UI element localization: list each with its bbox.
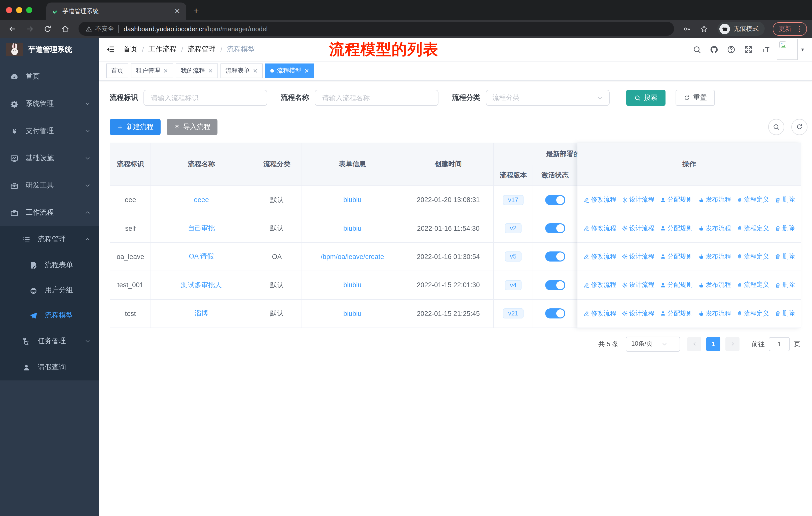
search-icon[interactable]: [693, 45, 701, 54]
filter-input[interactable]: [150, 93, 261, 102]
key-icon[interactable]: [683, 25, 691, 32]
close-icon[interactable]: ✕: [304, 67, 309, 74]
refresh-table-button[interactable]: [791, 119, 808, 135]
op-流程定义[interactable]: 流程定义: [736, 252, 769, 261]
category-select[interactable]: 流程分类: [486, 90, 610, 106]
op-删除[interactable]: 删除: [775, 195, 795, 204]
reload-icon[interactable]: [43, 24, 52, 33]
op-设计流程[interactable]: 设计流程: [622, 195, 655, 204]
op-发布流程[interactable]: 发布流程: [698, 281, 731, 290]
tab-流程表单[interactable]: 流程表单✕: [221, 63, 263, 78]
op-修改流程[interactable]: 修改流程: [583, 252, 616, 261]
process-name-link[interactable]: OA 请假: [189, 252, 214, 261]
import-process-button[interactable]: 导入流程: [167, 119, 218, 135]
search-button[interactable]: 搜索: [626, 90, 666, 106]
op-发布流程[interactable]: 发布流程: [698, 195, 731, 204]
tab-close-icon[interactable]: ✕: [173, 7, 181, 15]
sidebar-item-系统管理[interactable]: 系统管理: [0, 90, 99, 117]
op-设计流程[interactable]: 设计流程: [622, 281, 655, 290]
tab-首页[interactable]: 首页: [106, 63, 128, 78]
op-发布流程[interactable]: 发布流程: [698, 252, 731, 261]
op-流程定义[interactable]: 流程定义: [736, 195, 769, 204]
form-info-link[interactable]: biubiu: [343, 196, 361, 203]
fullscreen-icon[interactable]: [744, 45, 753, 54]
form-info-link[interactable]: biubiu: [343, 310, 361, 318]
op-修改流程[interactable]: 修改流程: [583, 281, 616, 290]
active-toggle[interactable]: [545, 280, 565, 290]
process-name-link[interactable]: 滔博: [195, 309, 208, 318]
sidebar-item-任务管理[interactable]: 任务管理: [0, 328, 99, 354]
traffic-light-zoom[interactable]: [26, 7, 32, 13]
op-分配规则[interactable]: 分配规则: [660, 224, 693, 233]
op-分配规则[interactable]: 分配规则: [660, 281, 693, 290]
op-修改流程[interactable]: 修改流程: [583, 224, 616, 233]
op-分配规则[interactable]: 分配规则: [660, 195, 693, 204]
form-info-link[interactable]: biubiu: [343, 281, 361, 289]
sidebar-item-流程表单[interactable]: 流程表单: [0, 252, 99, 278]
traffic-light-minimize[interactable]: [16, 7, 22, 13]
url-bar[interactable]: 不安全 dashboard.yudao.iocoder.cn /bpm/mana…: [79, 22, 674, 36]
filter-input-0[interactable]: [143, 90, 267, 106]
op-修改流程[interactable]: 修改流程: [583, 309, 616, 318]
github-icon[interactable]: [710, 45, 719, 54]
active-toggle[interactable]: [545, 223, 565, 233]
new-tab-button[interactable]: +: [193, 5, 199, 17]
home-icon[interactable]: [61, 24, 69, 33]
op-分配规则[interactable]: 分配规则: [660, 252, 693, 261]
op-设计流程[interactable]: 设计流程: [622, 309, 655, 318]
op-删除[interactable]: 删除: [775, 309, 795, 318]
active-toggle[interactable]: [545, 309, 565, 319]
page-size-select[interactable]: 10条/页: [626, 336, 680, 352]
font-size-icon[interactable]: TT: [761, 45, 770, 54]
sidebar-item-流程模型[interactable]: 流程模型: [0, 303, 99, 328]
process-name-link[interactable]: eeee: [194, 196, 209, 203]
help-icon[interactable]: [727, 45, 736, 54]
show-search-button[interactable]: [768, 119, 784, 135]
forward-icon[interactable]: [26, 24, 34, 33]
traffic-light-close[interactable]: [6, 7, 12, 13]
caret-down-icon[interactable]: ▾: [801, 46, 804, 53]
sidebar-item-工作流程[interactable]: 工作流程: [0, 199, 99, 226]
tab-租户管理[interactable]: 租户管理✕: [131, 63, 173, 78]
op-删除[interactable]: 删除: [775, 252, 795, 261]
op-流程定义[interactable]: 流程定义: [736, 281, 769, 290]
sidebar-item-用户分组[interactable]: 用户分组: [0, 278, 99, 303]
update-button[interactable]: 更新 ⋮: [773, 22, 807, 35]
process-name-link[interactable]: 测试多审批人: [181, 281, 222, 290]
create-process-button[interactable]: 新建流程: [110, 119, 161, 135]
close-icon[interactable]: ✕: [208, 67, 213, 74]
active-toggle[interactable]: [545, 252, 565, 262]
op-分配规则[interactable]: 分配规则: [660, 309, 693, 318]
next-page-button[interactable]: [725, 337, 740, 351]
op-修改流程[interactable]: 修改流程: [583, 195, 616, 204]
close-icon[interactable]: ✕: [163, 67, 168, 74]
star-icon[interactable]: [700, 24, 708, 33]
back-icon[interactable]: [8, 24, 17, 33]
prev-page-button[interactable]: [687, 337, 701, 351]
op-删除[interactable]: 删除: [775, 224, 795, 233]
filter-input[interactable]: [321, 93, 432, 102]
breadcrumb-item[interactable]: 工作流程: [148, 45, 177, 54]
sidebar-item-基础设施[interactable]: 基础设施: [0, 145, 99, 172]
filter-input-1[interactable]: [315, 90, 438, 106]
avatar[interactable]: [777, 39, 798, 60]
breadcrumb-item[interactable]: 流程管理: [188, 45, 216, 54]
form-info-link[interactable]: biubiu: [343, 224, 361, 232]
tab-我的流程[interactable]: 我的流程✕: [176, 63, 218, 78]
op-发布流程[interactable]: 发布流程: [698, 224, 731, 233]
close-icon[interactable]: ✕: [253, 67, 258, 74]
op-设计流程[interactable]: 设计流程: [622, 224, 655, 233]
sidebar-item-研发工具[interactable]: 研发工具: [0, 172, 99, 199]
sidebar-fold-icon[interactable]: [106, 45, 115, 54]
goto-page-input[interactable]: 1: [769, 337, 790, 351]
current-page-button[interactable]: 1: [706, 337, 720, 351]
tab-流程模型[interactable]: 流程模型✕: [265, 63, 314, 78]
op-删除[interactable]: 删除: [775, 281, 795, 290]
form-info-link[interactable]: /bpm/oa/leave/create: [321, 253, 384, 261]
active-toggle[interactable]: [545, 195, 565, 205]
process-name-link[interactable]: 自己审批: [188, 224, 215, 233]
sidebar-item-流程管理[interactable]: 流程管理: [0, 226, 99, 252]
breadcrumb-item[interactable]: 首页: [123, 45, 138, 54]
op-流程定义[interactable]: 流程定义: [736, 224, 769, 233]
op-发布流程[interactable]: 发布流程: [698, 309, 731, 318]
